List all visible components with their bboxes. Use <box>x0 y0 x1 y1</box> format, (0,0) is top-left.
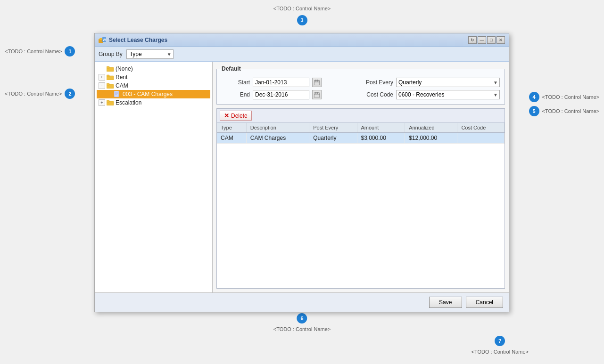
tree-label-cam-charges: 003 - CAM Charges <box>123 91 173 97</box>
start-calendar-button[interactable] <box>312 78 322 87</box>
col-header-post-every: Post Every <box>309 123 357 133</box>
table-row[interactable]: CAM CAM Charges Quarterly $3,000.00 $12,… <box>217 133 505 144</box>
dialog-window-controls: ↻ — □ ✕ <box>468 36 505 44</box>
delete-icon: ✕ <box>224 112 229 119</box>
col-header-cost-code: Cost Code <box>457 123 505 133</box>
col-header-annualized: Annualized <box>405 123 457 133</box>
group-by-select[interactable]: Type Category None <box>126 49 174 59</box>
refresh-button[interactable]: ↻ <box>468 36 477 44</box>
tree-item-rent[interactable]: + Rent <box>97 73 210 81</box>
svg-rect-19 <box>317 80 318 81</box>
group-by-label: Group By <box>99 51 123 57</box>
tree-label-rent: Rent <box>116 74 127 81</box>
annotation-label-6: <TODO : Control Name> <box>273 326 331 332</box>
app-icon: W <box>99 36 106 44</box>
annotation-badge-3: 3 <box>297 15 307 25</box>
folder-icon-rent <box>107 74 114 80</box>
svg-rect-18 <box>315 80 316 81</box>
maximize-button[interactable]: □ <box>487 36 496 44</box>
start-row: Start <box>222 78 356 87</box>
tree-item-cam[interactable]: - CAM <box>97 81 210 90</box>
tree-label-none: (None) <box>116 65 133 72</box>
post-every-label: Post Every <box>365 79 393 86</box>
start-label: Start <box>222 79 250 86</box>
dialog-footer: Save Cancel <box>95 292 509 312</box>
delete-button[interactable]: ✕ Delete <box>220 111 252 121</box>
dialog-window: W Select Lease Charges ↻ — □ ✕ Group By … <box>94 33 509 312</box>
svg-rect-7 <box>107 75 109 77</box>
annotation-label-1: <TODO : Control Name> <box>5 49 62 54</box>
annotation-badge-7: 7 <box>495 336 505 346</box>
cost-code-select[interactable]: 0600 - Recoveries 0100 - Base Rent 0200 … <box>396 90 500 99</box>
cell-post-every: Quarterly <box>309 133 357 144</box>
annotation-badge-2: 2 <box>65 89 75 99</box>
tree-panel: (None) + Rent - <box>95 62 213 292</box>
expander-escalation[interactable]: + <box>99 99 105 106</box>
annotation-label-2: <TODO : Control Name> <box>5 91 62 97</box>
top-annotation-label: <TODO : Control Name> <box>273 6 331 11</box>
close-button[interactable]: ✕ <box>496 36 505 44</box>
cell-description: CAM Charges <box>246 133 309 144</box>
dialog-title: Select Lease Charges <box>109 37 167 43</box>
post-every-select-wrapper: Quarterly Monthly Annually Semi-Annually… <box>396 78 500 87</box>
svg-rect-9 <box>107 83 109 85</box>
svg-rect-5 <box>107 66 109 68</box>
cost-code-label: Cost Code <box>365 91 393 98</box>
end-calendar-button[interactable] <box>312 90 322 99</box>
cell-annualized: $12,000.00 <box>405 133 457 144</box>
folder-icon-cam <box>107 83 114 89</box>
expander-none <box>99 65 105 72</box>
folder-icon-none <box>107 66 114 72</box>
svg-rect-1 <box>99 38 102 40</box>
annotation-badge-1: 1 <box>65 46 75 57</box>
post-every-select[interactable]: Quarterly Monthly Annually Semi-Annually <box>396 78 500 87</box>
group-by-select-wrapper: Type Category None ▼ <box>126 49 174 59</box>
annotation-badge-5: 5 <box>529 106 539 116</box>
default-legend: Default <box>220 65 243 72</box>
svg-rect-15 <box>107 100 109 102</box>
tree-item-none[interactable]: (None) <box>97 65 210 73</box>
annotation-label-5: <TODO : Control Name> <box>542 108 599 114</box>
cell-amount: $3,000.00 <box>357 133 405 144</box>
svg-rect-23 <box>317 92 318 94</box>
col-header-description: Description <box>246 123 309 133</box>
charges-table: Type Description Post Every Amount Annua… <box>217 123 505 144</box>
minimize-button[interactable]: — <box>478 36 486 44</box>
svg-rect-20 <box>314 93 320 97</box>
form-panel: Default Start <box>213 62 509 292</box>
tree-item-cam-charges[interactable]: 003 - CAM Charges <box>97 90 210 98</box>
cost-code-row: Cost Code 0600 - Recoveries 0100 - Base … <box>365 90 500 99</box>
dialog-content: (None) + Rent - <box>95 62 509 292</box>
cell-type: CAM <box>217 133 246 144</box>
delete-label: Delete <box>231 113 248 119</box>
expander-cam[interactable]: - <box>99 82 105 89</box>
col-header-type: Type <box>217 123 246 133</box>
table-toolbar: ✕ Delete <box>217 109 505 123</box>
default-fieldset: Default Start <box>216 65 505 105</box>
annotation-label-7: <TODO : Control Name> <box>472 349 529 355</box>
col-header-amount: Amount <box>357 123 405 133</box>
end-label: End <box>222 91 250 98</box>
expander-rent[interactable]: + <box>99 74 105 81</box>
annotation-badge-6: 6 <box>297 313 307 324</box>
annotation-badge-4: 4 <box>529 92 539 102</box>
end-row: End <box>222 90 356 99</box>
dialog-toolbar: Group By Type Category None ▼ <box>95 47 509 62</box>
tree-label-escalation: Escalation <box>116 99 141 106</box>
annotation-label-4: <TODO : Control Name> <box>542 94 599 100</box>
tree-item-escalation[interactable]: + Escalation <box>97 98 210 107</box>
svg-text:W: W <box>103 38 106 41</box>
svg-rect-22 <box>315 92 316 94</box>
file-icon-cam-charges <box>114 91 121 97</box>
svg-rect-10 <box>114 91 119 97</box>
dialog-titlebar: W Select Lease Charges ↻ — □ ✕ <box>95 33 509 47</box>
cancel-button[interactable]: Cancel <box>466 297 503 308</box>
end-input[interactable] <box>253 90 309 99</box>
cost-code-select-wrapper: 0600 - Recoveries 0100 - Base Rent 0200 … <box>396 90 500 99</box>
charges-table-section: ✕ Delete Type Description Post Every Amo… <box>216 108 505 289</box>
save-button[interactable]: Save <box>429 297 462 308</box>
start-input[interactable] <box>253 78 309 87</box>
cell-cost-code <box>457 133 505 144</box>
folder-icon-escalation <box>107 100 114 105</box>
tree-label-cam: CAM <box>116 82 128 89</box>
